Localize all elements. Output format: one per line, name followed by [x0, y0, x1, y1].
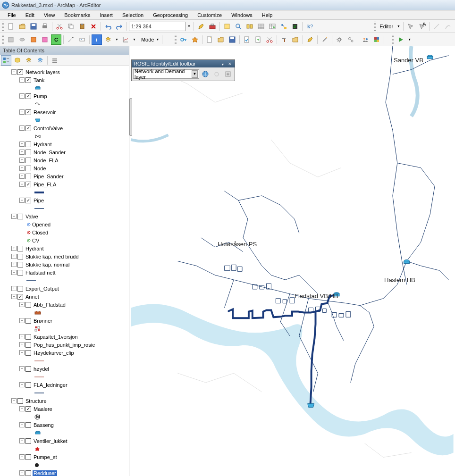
rosie-orange[interactable]	[28, 34, 39, 45]
tree-item[interactable]: −Abb_Fladstad	[1, 301, 128, 309]
layer-checkbox[interactable]	[17, 286, 23, 292]
expand-toggle[interactable]: −	[11, 294, 17, 299]
tree-item[interactable]: +Node_Sander	[1, 148, 128, 156]
float-toolbar-header[interactable]: ROSIE Identify/Edit toolbar ▼ ×	[132, 60, 235, 67]
layer-checkbox[interactable]	[25, 302, 31, 308]
list-by-selection[interactable]	[35, 55, 45, 66]
expand-toggle[interactable]: −	[19, 454, 25, 459]
options-button[interactable]	[50, 55, 60, 66]
table-button[interactable]	[256, 21, 266, 32]
tree-item[interactable]: +Export_Output	[1, 284, 128, 292]
tree-item[interactable]: −Høydekurver_clip	[1, 349, 128, 357]
tree-item[interactable]: −Fladstad nett	[1, 268, 128, 276]
layer-checkbox[interactable]	[25, 422, 31, 428]
layer-checkbox[interactable]: ✓	[25, 109, 31, 115]
expand-toggle[interactable]: +	[19, 174, 25, 179]
expand-toggle[interactable]: −	[19, 382, 25, 387]
expand-toggle[interactable]: +	[11, 254, 17, 259]
expand-toggle[interactable]: −	[19, 109, 25, 115]
users-icon[interactable]	[360, 34, 371, 45]
doc-plus[interactable]	[253, 34, 263, 45]
rosie-tools-2[interactable]	[77, 34, 87, 45]
rosie-gray-1[interactable]	[6, 34, 16, 45]
rosie-edit-icon[interactable]	[223, 69, 233, 79]
folder-icon[interactable]	[290, 34, 301, 45]
tree-item[interactable]	[1, 461, 128, 469]
cut-button[interactable]	[54, 21, 65, 32]
layer-checkbox[interactable]	[25, 318, 31, 324]
hammer-icon[interactable]	[279, 34, 289, 45]
layer-checkbox[interactable]	[25, 150, 31, 155]
folder-open[interactable]	[216, 34, 226, 45]
save-icon[interactable]	[227, 34, 237, 45]
gears-icon[interactable]	[345, 34, 356, 45]
layer-checkbox[interactable]: ✓	[25, 198, 31, 203]
menu-edit[interactable]: Edit	[22, 11, 38, 19]
edit-tool[interactable]	[405, 21, 416, 32]
arc-segment[interactable]	[443, 21, 453, 32]
layer-checkbox[interactable]	[25, 438, 31, 444]
list-by-source[interactable]	[12, 55, 23, 66]
expand-toggle[interactable]: +	[11, 262, 17, 267]
list-by-visibility[interactable]	[24, 55, 34, 66]
copy-button[interactable]	[66, 21, 76, 32]
expand-toggle[interactable]: +	[11, 286, 17, 291]
tree-item[interactable]: −✓Pump	[1, 92, 128, 100]
layer-checkbox[interactable]	[25, 334, 31, 340]
tree-item[interactable]: −Structure	[1, 397, 128, 405]
layer-checkbox[interactable]	[25, 158, 31, 163]
tree-item[interactable]: +Hydrant	[1, 140, 128, 148]
menu-selection[interactable]: Selection	[118, 11, 147, 19]
tree-item[interactable]	[1, 373, 128, 381]
layer-checkbox[interactable]	[17, 398, 23, 404]
tree-item[interactable]: M	[1, 413, 128, 421]
expand-toggle[interactable]: −	[19, 302, 25, 307]
star-icon[interactable]	[190, 34, 200, 45]
tree-item[interactable]: −Brønner	[1, 317, 128, 325]
tree-item[interactable]: −høydel	[1, 365, 128, 373]
expand-toggle[interactable]: −	[19, 93, 25, 99]
layer-checkbox[interactable]	[25, 382, 31, 388]
tree-item[interactable]	[1, 445, 128, 453]
tree-item[interactable]: −Valve	[1, 212, 128, 220]
edit-annotation-tool[interactable]: A	[417, 21, 427, 32]
expand-toggle[interactable]: +	[19, 166, 25, 171]
rosie-info[interactable]: i	[92, 34, 102, 45]
layer-checkbox[interactable]	[25, 142, 31, 147]
expand-toggle[interactable]: −	[19, 438, 25, 443]
layer-checkbox[interactable]: ✓	[25, 77, 31, 83]
catalog-button[interactable]	[222, 21, 232, 32]
expand-toggle[interactable]: −	[19, 422, 25, 427]
tree-item[interactable]: −✓ControlValve	[1, 124, 128, 132]
editor-menu[interactable]: Editor	[378, 24, 395, 29]
tree-item[interactable]: +Node_FLA	[1, 156, 128, 164]
redo-button[interactable]	[114, 21, 125, 32]
model-builder-button[interactable]	[278, 21, 289, 32]
expand-toggle[interactable]: −	[19, 198, 25, 203]
tree-item[interactable]	[1, 389, 128, 397]
tree-item[interactable]	[1, 325, 128, 333]
menu-file[interactable]: File	[4, 11, 20, 19]
editor-toolbar-button[interactable]	[196, 21, 206, 32]
layer-checkbox[interactable]	[25, 174, 31, 179]
layer-checkbox[interactable]	[17, 270, 23, 276]
expand-toggle[interactable]: +	[19, 150, 25, 155]
tree-item[interactable]	[1, 100, 128, 108]
paste-button[interactable]	[77, 21, 87, 32]
expand-toggle[interactable]: −	[11, 69, 17, 75]
tree-item[interactable]: +Node	[1, 164, 128, 172]
toc-tree[interactable]: −✓Network layers−✓Tank−✓Pump−✓Reservoir−…	[0, 66, 129, 476]
tree-item[interactable]: −Redduser	[1, 469, 128, 476]
menu-windows[interactable]: Windows	[228, 11, 256, 19]
editor-dropdown[interactable]: ▼	[396, 25, 401, 28]
expand-toggle[interactable]: −	[19, 350, 25, 355]
tree-item[interactable]: CV	[1, 236, 128, 244]
expand-toggle[interactable]: +	[19, 342, 25, 347]
expand-toggle[interactable]: +	[19, 158, 25, 163]
float-minimize[interactable]: ▼	[220, 63, 226, 66]
search-button[interactable]	[233, 21, 244, 32]
map-canvas[interactable]: Sander VB Holøsåsen PS Haslem HB Fladsta…	[129, 46, 455, 476]
float-close[interactable]: ×	[227, 61, 233, 67]
undo-button[interactable]	[103, 21, 113, 32]
delete-button[interactable]	[88, 21, 99, 32]
